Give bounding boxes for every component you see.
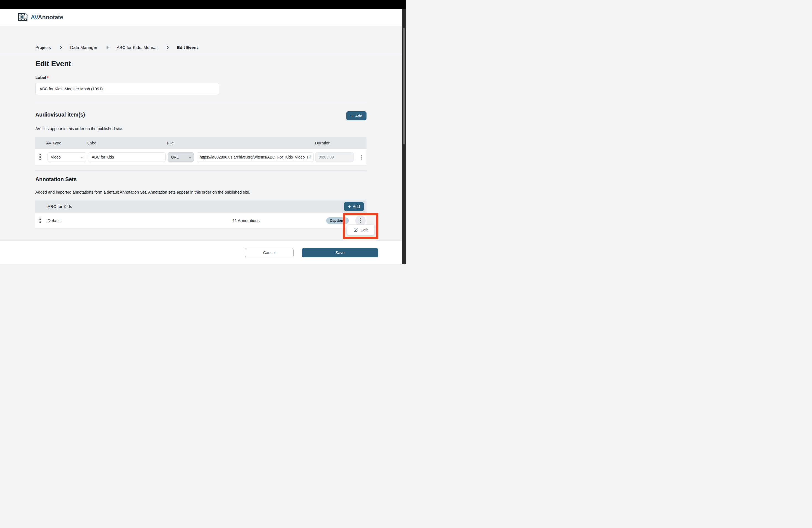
breadcrumb-item-current: Edit Event [177, 45, 198, 50]
scrollbar-thumb[interactable] [403, 28, 405, 144]
column-header-label: Label [87, 137, 98, 149]
annotation-count: 11 Annotations [224, 212, 268, 229]
av-section-description: AV files appear in this order on the pub… [35, 127, 123, 131]
file-url-input[interactable] [197, 152, 314, 162]
annotation-group-label: ABC for Kids [47, 201, 72, 212]
scrollbar-track[interactable] [402, 9, 406, 264]
drag-handle-icon[interactable] [39, 218, 41, 223]
breadcrumb-band: Projects Data Manager ABC for Kids: Mons… [0, 26, 406, 55]
app-header: AVAnnotate [0, 9, 406, 26]
chevron-right-icon [59, 46, 62, 49]
av-row-menu-button[interactable] [358, 153, 365, 161]
breadcrumb-item-projects[interactable]: Projects [35, 45, 51, 50]
row-action-menu: Edit [347, 224, 375, 235]
captions-badge: Captions [326, 217, 349, 224]
chevron-down-icon [189, 156, 191, 158]
av-items-table: AV Type Label File Duration Video URL [35, 137, 366, 165]
chevron-down-icon [81, 156, 84, 158]
footer-bar: Cancel Save [0, 240, 406, 264]
required-asterisk: * [47, 75, 48, 80]
av-table-header: AV Type Label File Duration [35, 137, 366, 149]
top-black-bar [0, 0, 406, 9]
breadcrumb-item-data-manager[interactable]: Data Manager [70, 45, 97, 50]
edit-menu-item[interactable]: Edit [353, 228, 368, 232]
save-button[interactable]: Save [302, 248, 378, 258]
chevron-right-icon [166, 46, 169, 49]
page-title: Edit Event [35, 60, 71, 68]
event-label-input[interactable] [35, 83, 219, 95]
film-audio-icon [18, 13, 28, 23]
app-title: AVAnnotate [31, 14, 63, 21]
file-type-select[interactable]: URL [168, 152, 194, 162]
drag-handle-icon[interactable] [39, 154, 41, 160]
breadcrumb-item-event[interactable]: ABC for Kids: Mons... [117, 45, 157, 50]
av-label-input[interactable] [88, 152, 166, 162]
annotation-sets-description: Added and imported annotations form a de… [35, 190, 250, 194]
annotation-set-name: Default [47, 212, 61, 229]
annotation-sets-title: Annotation Sets [35, 176, 77, 182]
duration-input [315, 152, 354, 162]
cancel-button[interactable]: Cancel [245, 248, 294, 258]
annotation-sets-table: ABC for Kids + Add Default 11 Annotation… [35, 201, 366, 229]
column-header-duration: Duration [315, 137, 331, 149]
breadcrumb: Projects Data Manager ABC for Kids: Mons… [35, 45, 198, 50]
column-header-file: File [167, 137, 174, 149]
edit-icon [353, 228, 358, 232]
av-add-button[interactable]: + Add [346, 111, 366, 120]
av-section-title: Audiovisual item(s) [35, 112, 85, 118]
app-logo[interactable]: AVAnnotate [18, 13, 63, 23]
plus-icon: + [350, 114, 353, 118]
av-type-select[interactable]: Video [47, 152, 86, 162]
plus-icon: + [348, 204, 351, 209]
annotation-set-row: Default 11 Annotations Captions [35, 212, 366, 229]
av-table-row: Video URL [35, 149, 366, 165]
column-header-av-type: AV Type [46, 137, 61, 149]
annotation-group-header: ABC for Kids + Add [35, 201, 366, 212]
kebab-icon [360, 218, 361, 223]
section-divider [35, 102, 366, 102]
kebab-icon [361, 155, 362, 160]
label-field-label: Label* [35, 75, 48, 80]
annotation-add-button[interactable]: + Add [344, 202, 364, 211]
chevron-right-icon [105, 46, 108, 49]
